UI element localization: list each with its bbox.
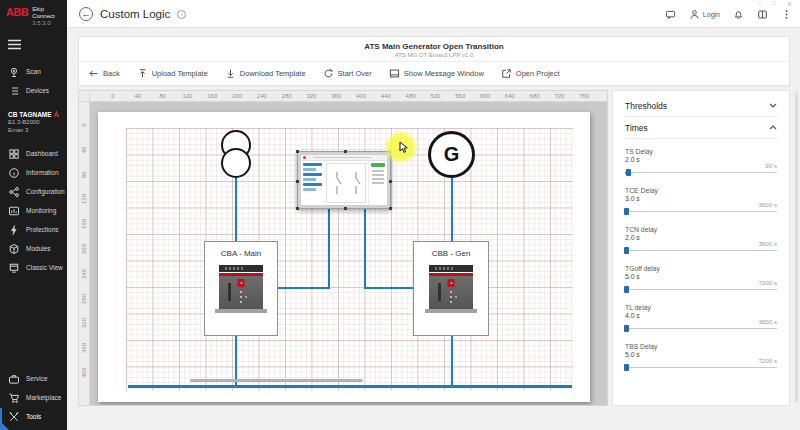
vertical-scrollbar[interactable]: [795, 92, 798, 402]
more-menu-button[interactable]: [781, 9, 792, 20]
wire[interactable]: [451, 336, 453, 388]
configuration-icon: [8, 186, 20, 198]
sidebar-item-information[interactable]: Information: [0, 163, 67, 182]
sidebar-item-classic-view[interactable]: Classic View: [0, 258, 67, 277]
ruler-number: 280: [282, 93, 292, 99]
download-template-button[interactable]: Download Template: [225, 68, 306, 79]
login-button[interactable]: Login: [689, 9, 720, 20]
time-setting-group: TGoff delay5.0 s7200 s: [625, 265, 777, 295]
slider-thumb[interactable]: [624, 325, 629, 332]
show-message-window-button[interactable]: Show Message Window: [389, 68, 484, 79]
wire[interactable]: [278, 287, 330, 289]
feedback-button[interactable]: [665, 9, 676, 20]
slider-thumb[interactable]: [626, 169, 631, 176]
selection-handle[interactable]: [296, 207, 299, 210]
canvas-page[interactable]: G CBA - Main CBB - Gen: [98, 112, 590, 402]
template-header-card: ATS Main Generator Open Transition ATS M…: [78, 36, 790, 86]
ruler-number: 120: [182, 93, 192, 99]
reader-panel-button[interactable]: [757, 9, 768, 20]
toolbar-button-label: Start Over: [338, 69, 372, 78]
wire[interactable]: [364, 209, 366, 289]
slider-thumb[interactable]: [624, 286, 629, 293]
selection-handle[interactable]: [389, 180, 392, 183]
template-subtitle: ATS MG OT Emax3 LPP v1.0: [79, 52, 789, 58]
canvas-workspace[interactable]: G CBA - Main CBB - Gen: [90, 102, 607, 405]
slider-thumb[interactable]: [624, 247, 629, 254]
sidebar-item-dashboard[interactable]: Dashboard: [0, 144, 67, 163]
section-thresholds[interactable]: Thresholds: [625, 95, 777, 116]
wire[interactable]: [451, 178, 453, 242]
service-icon: [8, 373, 20, 385]
sidebar-item-devices[interactable]: Devices: [0, 81, 67, 100]
time-slider[interactable]: [625, 328, 777, 329]
transformer-symbol[interactable]: [221, 148, 251, 178]
sidebar-item-protections[interactable]: Protections: [0, 220, 67, 239]
wire[interactable]: [364, 287, 413, 289]
breaker-node-main[interactable]: CBA - Main: [204, 241, 278, 336]
page-title: Custom Logic: [100, 8, 170, 20]
toolbar-button-label: Show Message Window: [404, 69, 484, 78]
selection-handle[interactable]: [389, 207, 392, 210]
selection-handle[interactable]: [296, 180, 299, 183]
window-control[interactable]: ✕: [787, 0, 792, 7]
slider-thumb[interactable]: [624, 208, 629, 215]
start-over-button[interactable]: Start Over: [323, 68, 372, 79]
sidebar-item-modules[interactable]: Modules: [0, 239, 67, 258]
selection-handle[interactable]: [344, 207, 347, 210]
sidebar-item-configuration[interactable]: Configuration: [0, 182, 67, 201]
topbar: –□✕ ← Custom Logic i Login: [67, 0, 800, 28]
sidebar-item-service[interactable]: Service: [0, 369, 67, 388]
time-setting-group: TCN delay2.0 s3600 s: [625, 226, 777, 256]
time-slider[interactable]: [625, 172, 777, 173]
sidebar-item-label: Tools: [26, 413, 41, 420]
sidebar-item-monitoring[interactable]: Monitoring: [0, 201, 67, 220]
horizontal-scrollbar[interactable]: [190, 379, 363, 382]
slider-thumb[interactable]: [624, 364, 629, 371]
sidebar-item-label: Devices: [26, 87, 49, 94]
message-window-icon: [389, 68, 400, 79]
time-slider[interactable]: [625, 289, 777, 290]
ruler-number: 240: [81, 268, 87, 280]
open-project-button[interactable]: Open Project: [501, 68, 560, 79]
time-setting-group: TL delay4.0 s3600 s: [625, 304, 777, 334]
time-slider[interactable]: [625, 250, 777, 251]
info-icon[interactable]: i: [177, 10, 186, 19]
ruler-number: 680: [530, 93, 540, 99]
generator-symbol[interactable]: G: [428, 131, 475, 178]
selection-handle[interactable]: [296, 150, 299, 153]
breaker-node-gen[interactable]: CBB - Gen: [413, 241, 489, 336]
wire[interactable]: [328, 209, 330, 289]
sidebar-item-marketplace[interactable]: Marketplace: [0, 388, 67, 407]
ruler-number: 160: [81, 218, 87, 230]
ruler-number: 200: [232, 93, 242, 99]
wire[interactable]: [235, 176, 237, 242]
ruler-number: 80: [159, 93, 166, 99]
ruler-number: 400: [81, 367, 87, 379]
ruler-number: 80: [81, 169, 87, 181]
selection-handle[interactable]: [344, 150, 347, 153]
time-slider[interactable]: [625, 211, 777, 212]
time-max: 90 s: [765, 162, 777, 169]
device-summary[interactable]: CB TAGNAME E1.3-B2000 Emax 3: [0, 104, 67, 140]
device-model: E1.3-B2000: [8, 118, 59, 126]
embedded-screenshot-node[interactable]: [297, 151, 391, 209]
window-control[interactable]: –: [758, 0, 761, 7]
toolbar-button-label: Back: [103, 69, 120, 78]
ruler-number: 0: [81, 119, 87, 131]
hamburger-menu-icon[interactable]: [0, 31, 67, 56]
notifications-button[interactable]: [733, 9, 744, 20]
mini-close-dot: [303, 156, 306, 159]
busbar[interactable]: [128, 385, 572, 388]
sidebar-item-scan[interactable]: Scan: [0, 62, 67, 81]
upload-template-button[interactable]: Upload Template: [137, 68, 208, 79]
sidebar-item-tools[interactable]: Tools: [0, 407, 67, 426]
window-control[interactable]: □: [772, 0, 776, 7]
time-slider[interactable]: [625, 367, 777, 368]
breaker-image: [429, 265, 473, 317]
upload-icon: [137, 68, 148, 79]
section-times[interactable]: Times: [625, 117, 777, 138]
page-back-button[interactable]: ←: [79, 7, 93, 21]
information-icon: [8, 167, 20, 179]
back-button[interactable]: Back: [88, 68, 120, 79]
book-icon: [757, 9, 768, 20]
